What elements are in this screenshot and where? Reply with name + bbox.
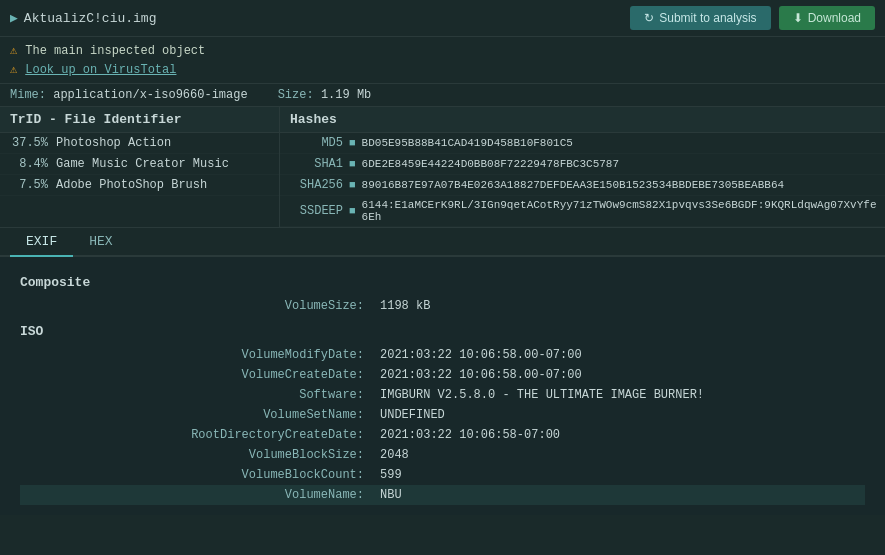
tabs-bar: EXIF HEX [0, 228, 885, 257]
top-bar-title: AktualizC!ciu.img [24, 11, 157, 26]
exif-section-title: ISO [20, 324, 865, 339]
exif-section-title: Composite [20, 275, 865, 290]
exif-key: VolumeBlockCount: [20, 468, 380, 482]
trid-pct: 8.4% [8, 157, 48, 171]
warning-icon-1: ⚠ [10, 43, 17, 58]
exif-key: Software: [20, 388, 380, 402]
exif-key: VolumeSetName: [20, 408, 380, 422]
tab-exif[interactable]: EXIF [10, 228, 73, 257]
exif-row: VolumeCreateDate: 2021:03:22 10:06:58.00… [20, 365, 865, 385]
exif-row: VolumeName: NBU [20, 485, 865, 505]
hashes-panel: Hashes MD5 ■ BD05E95B88B41CAD419D458B10F… [280, 107, 885, 227]
hash-label: MD5 [288, 136, 343, 150]
hash-label: SHA1 [288, 157, 343, 171]
exif-row: Software: IMGBURN V2.5.8.0 - THE ULTIMAT… [20, 385, 865, 405]
size-entry: Size: 1.19 Mb [278, 88, 372, 102]
hashes-header: Hashes [280, 107, 885, 133]
hash-value: 89016B87E97A07B4E0263A18827DEFDEAA3E150B… [362, 179, 784, 191]
exif-val: 2021:03:22 10:06:58-07:00 [380, 428, 560, 442]
exif-key: VolumeSize: [20, 299, 380, 313]
mime-value: application/x-iso9660-image [53, 88, 247, 102]
mime-size-bar: Mime: application/x-iso9660-image Size: … [0, 84, 885, 107]
main-object-label: The main inspected object [25, 44, 205, 58]
mime-entry: Mime: application/x-iso9660-image [10, 88, 248, 102]
exif-val: 2048 [380, 448, 409, 462]
exif-key: VolumeModifyDate: [20, 348, 380, 362]
hash-row: MD5 ■ BD05E95B88B41CAD419D458B10F801C5 [280, 133, 885, 154]
tab-hex[interactable]: HEX [73, 228, 128, 257]
virustotal-link[interactable]: Look up on VirusTotal [25, 63, 176, 77]
trid-name: Adobe PhotoShop Brush [56, 178, 207, 192]
trid-rows: 37.5% Photoshop Action 8.4% Game Music C… [0, 133, 279, 196]
hash-value: 6DE2E8459E44224D0BB08F72229478FBC3C5787 [362, 158, 619, 170]
exif-row: VolumeBlockCount: 599 [20, 465, 865, 485]
hash-row: SHA1 ■ 6DE2E8459E44224D0BB08F72229478FBC… [280, 154, 885, 175]
hash-value: BD05E95B88B41CAD419D458B10F801C5 [362, 137, 573, 149]
trid-name: Game Music Creator Music [56, 157, 229, 171]
copy-icon[interactable]: ■ [349, 205, 356, 217]
copy-icon[interactable]: ■ [349, 137, 356, 149]
exif-row: VolumeSetName: UNDEFINED [20, 405, 865, 425]
mime-label: Mime: [10, 88, 46, 102]
exif-val: IMGBURN V2.5.8.0 - THE ULTIMATE IMAGE BU… [380, 388, 704, 402]
exif-val: NBU [380, 488, 402, 502]
hash-label: SHA256 [288, 178, 343, 192]
exif-key: VolumeCreateDate: [20, 368, 380, 382]
exif-key: RootDirectoryCreateDate: [20, 428, 380, 442]
trid-header: TrID - File Identifier [0, 107, 279, 133]
exif-val: 599 [380, 468, 402, 482]
warning-icon-2: ⚠ [10, 62, 17, 77]
trid-name: Photoshop Action [56, 136, 171, 150]
info-row-virustotal[interactable]: ⚠ Look up on VirusTotal [10, 60, 875, 79]
exif-val: 1198 kB [380, 299, 430, 313]
hash-label: SSDEEP [288, 204, 343, 218]
top-bar-left: ▶ AktualizC!ciu.img [10, 10, 156, 26]
hash-row: SSDEEP ■ 6144:E1aMCErK9RL/3IGn9qetACotRy… [280, 196, 885, 227]
copy-icon[interactable]: ■ [349, 158, 356, 170]
top-bar-right: ↻ Submit to analysis ⬇ Download [630, 6, 875, 30]
top-bar: ▶ AktualizC!ciu.img ↻ Submit to analysis… [0, 0, 885, 37]
size-label: Size: [278, 88, 314, 102]
exif-sections: Composite VolumeSize: 1198 kB ISO Volume… [20, 275, 865, 505]
copy-icon[interactable]: ■ [349, 179, 356, 191]
info-row-main: ⚠ The main inspected object [10, 41, 875, 60]
refresh-icon: ↻ [644, 11, 654, 25]
trid-row: 7.5% Adobe PhotoShop Brush [0, 175, 279, 196]
exif-content: Composite VolumeSize: 1198 kB ISO Volume… [0, 257, 885, 515]
exif-key: VolumeName: [20, 488, 380, 502]
trid-pct: 37.5% [8, 136, 48, 150]
exif-row: RootDirectoryCreateDate: 2021:03:22 10:0… [20, 425, 865, 445]
size-value: 1.19 Mb [321, 88, 371, 102]
hash-value: 6144:E1aMCErK9RL/3IGn9qetACotRyy71zTWOw9… [362, 199, 877, 223]
submit-button[interactable]: ↻ Submit to analysis [630, 6, 770, 30]
hash-row: SHA256 ■ 89016B87E97A07B4E0263A18827DEFD… [280, 175, 885, 196]
hash-rows: MD5 ■ BD05E95B88B41CAD419D458B10F801C5 S… [280, 133, 885, 227]
trid-pct: 7.5% [8, 178, 48, 192]
trid-row: 37.5% Photoshop Action [0, 133, 279, 154]
trid-panel: TrID - File Identifier 37.5% Photoshop A… [0, 107, 280, 227]
exif-row: VolumeSize: 1198 kB [20, 296, 865, 316]
exif-row: VolumeBlockSize: 2048 [20, 445, 865, 465]
exif-val: UNDEFINED [380, 408, 445, 422]
exif-val: 2021:03:22 10:06:58.00-07:00 [380, 348, 582, 362]
info-rows: ⚠ The main inspected object ⚠ Look up on… [0, 37, 885, 84]
mid-section: TrID - File Identifier 37.5% Photoshop A… [0, 107, 885, 228]
download-icon: ⬇ [793, 11, 803, 25]
chevron-icon: ▶ [10, 10, 18, 26]
exif-row: VolumeModifyDate: 2021:03:22 10:06:58.00… [20, 345, 865, 365]
trid-row: 8.4% Game Music Creator Music [0, 154, 279, 175]
download-button[interactable]: ⬇ Download [779, 6, 875, 30]
exif-val: 2021:03:22 10:06:58.00-07:00 [380, 368, 582, 382]
exif-key: VolumeBlockSize: [20, 448, 380, 462]
